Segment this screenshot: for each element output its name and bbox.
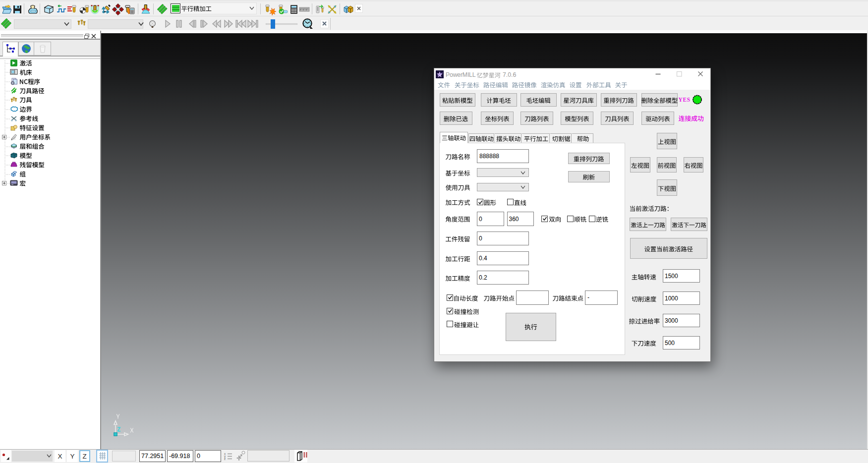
svg-text:z: z (224, 457, 226, 461)
